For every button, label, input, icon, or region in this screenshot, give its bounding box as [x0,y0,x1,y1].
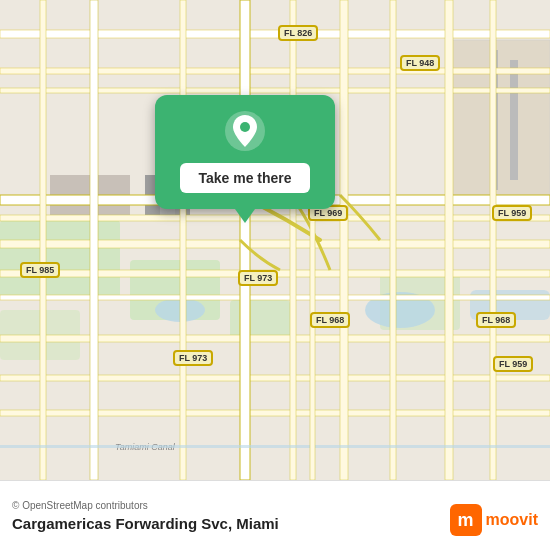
route-badge-fl826: FL 826 [278,25,318,41]
svg-rect-17 [0,68,550,74]
svg-rect-30 [290,0,296,480]
take-me-there-button[interactable]: Take me there [180,163,309,193]
route-badge-fl959a: FL 959 [492,205,532,221]
route-badge-fl959b: FL 959 [493,356,533,372]
moovit-icon-letter: m [458,510,474,531]
svg-rect-24 [0,335,550,342]
svg-rect-20 [0,215,550,221]
map-container: Tamiami Canal FL 826 FL 948 FL 969 FL 95… [0,0,550,480]
route-badge-fl973a: FL 973 [238,270,278,286]
svg-rect-34 [490,0,496,480]
svg-rect-23 [0,295,550,300]
svg-rect-9 [450,40,550,200]
svg-rect-35 [40,0,46,480]
moovit-brand-text: moovit [486,511,538,529]
svg-rect-37 [0,445,550,448]
moovit-icon: m [450,504,482,536]
svg-rect-33 [445,0,453,480]
route-badge-fl973b: FL 973 [173,350,213,366]
svg-rect-4 [230,300,290,340]
svg-rect-28 [180,0,186,480]
svg-rect-31 [340,0,348,480]
svg-rect-27 [90,0,98,480]
svg-rect-26 [0,410,550,416]
svg-point-40 [240,122,250,132]
bottom-bar: © OpenStreetMap contributors Cargamerica… [0,480,550,550]
svg-rect-11 [510,60,518,180]
route-badge-fl948: FL 948 [400,55,440,71]
route-badge-fl968a: FL 968 [310,312,350,328]
svg-rect-1 [0,220,120,300]
svg-rect-16 [0,30,550,38]
route-badge-fl985: FL 985 [20,262,60,278]
location-pin-icon [223,109,267,153]
svg-rect-21 [0,240,550,248]
moovit-logo: m moovit [450,504,538,536]
svg-rect-32 [390,0,396,480]
route-badge-fl968b: FL 968 [476,312,516,328]
popup-card: Take me there [155,95,335,209]
svg-rect-25 [0,375,550,381]
svg-rect-38 [310,220,315,480]
svg-rect-18 [0,88,550,93]
